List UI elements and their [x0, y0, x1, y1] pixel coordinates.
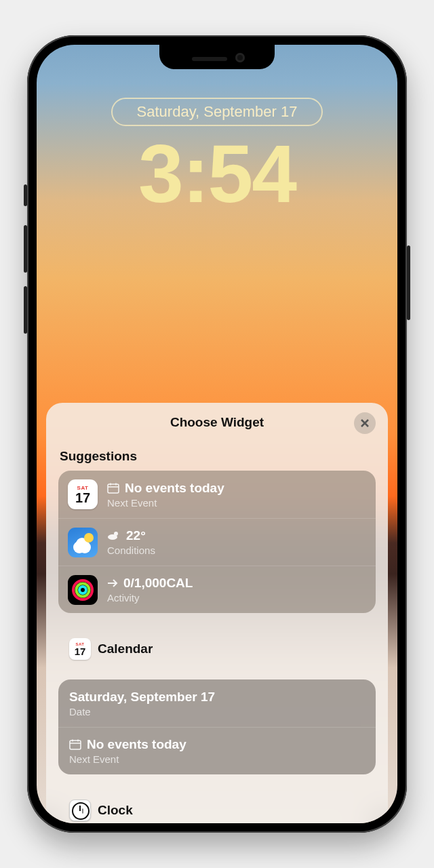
- svg-rect-0: [108, 484, 119, 493]
- volume-down-button: [24, 286, 27, 334]
- calendar-section-label: Calendar: [98, 642, 153, 656]
- suggestion-secondary: Activity: [107, 592, 366, 604]
- calendar-item-secondary: Date: [69, 706, 366, 717]
- calendar-nextevent-widget[interactable]: No events today Next Event: [58, 727, 376, 774]
- arrow-right-icon: [107, 578, 118, 588]
- suggestion-next-event[interactable]: SAT 17 No events today Next Event: [58, 471, 376, 518]
- suggestion-primary: 22°: [126, 528, 146, 543]
- choose-widget-sheet: Choose Widget Suggestions SAT 17 N: [46, 403, 388, 823]
- sheet-header: Choose Widget: [58, 412, 376, 437]
- calendar-item-primary: No events today: [87, 737, 186, 752]
- clock-section-heading: Clock: [60, 787, 374, 823]
- suggestions-card: SAT 17 No events today Next Event: [58, 471, 376, 613]
- clock-section-label: Clock: [98, 803, 133, 818]
- screen: Saturday, September 17 3:54 Choose Widge…: [37, 45, 397, 823]
- sheet-title: Choose Widget: [170, 415, 264, 429]
- phone-frame: Saturday, September 17 3:54 Choose Widge…: [27, 35, 407, 833]
- calendar-icon-day-num: 17: [75, 491, 90, 505]
- lockscreen-date: Saturday, September 17: [137, 103, 298, 120]
- svg-point-5: [108, 534, 117, 540]
- calendar-date-widget[interactable]: Saturday, September 17 Date: [58, 679, 376, 727]
- suggestion-secondary: Conditions: [107, 545, 366, 556]
- lockscreen-date-pill[interactable]: Saturday, September 17: [111, 98, 323, 126]
- suggestion-primary: 0/1,000CAL: [123, 576, 193, 591]
- calendar-section-heading: SAT 17 Calendar: [60, 625, 374, 673]
- lockscreen-time[interactable]: 3:54: [37, 133, 397, 214]
- suggestion-activity[interactable]: 0/1,000CAL Activity: [58, 566, 376, 613]
- close-button[interactable]: [354, 412, 376, 434]
- svg-point-8: [79, 587, 86, 593]
- activity-app-icon: [68, 575, 98, 605]
- volume-up-button: [24, 225, 27, 273]
- mute-switch: [24, 184, 27, 206]
- lockscreen-header: Saturday, September 17 3:54: [37, 98, 397, 214]
- svg-rect-9: [70, 741, 81, 749]
- calendar-card: Saturday, September 17 Date No events to…: [58, 679, 376, 774]
- weather-app-icon: [68, 528, 98, 557]
- calendar-item-secondary: Next Event: [69, 753, 366, 765]
- suggestion-secondary: Next Event: [107, 497, 366, 509]
- notch: [159, 45, 275, 69]
- suggestion-weather[interactable]: 22° Conditions: [58, 518, 376, 566]
- calendar-glyph-icon: [69, 739, 81, 750]
- close-icon: [360, 418, 370, 428]
- calendar-item-primary: Saturday, September 17: [69, 690, 215, 705]
- calendar-glyph-icon: [107, 483, 119, 494]
- power-button: [407, 245, 410, 320]
- calendar-app-icon: SAT 17: [69, 638, 91, 660]
- calendar-icon-day-num: 17: [75, 646, 86, 656]
- suggestion-primary: No events today: [125, 481, 224, 496]
- weather-glyph-icon: [107, 530, 121, 541]
- suggestions-heading: Suggestions: [60, 449, 374, 464]
- calendar-app-icon: SAT 17: [68, 479, 98, 509]
- clock-app-icon: [69, 800, 91, 821]
